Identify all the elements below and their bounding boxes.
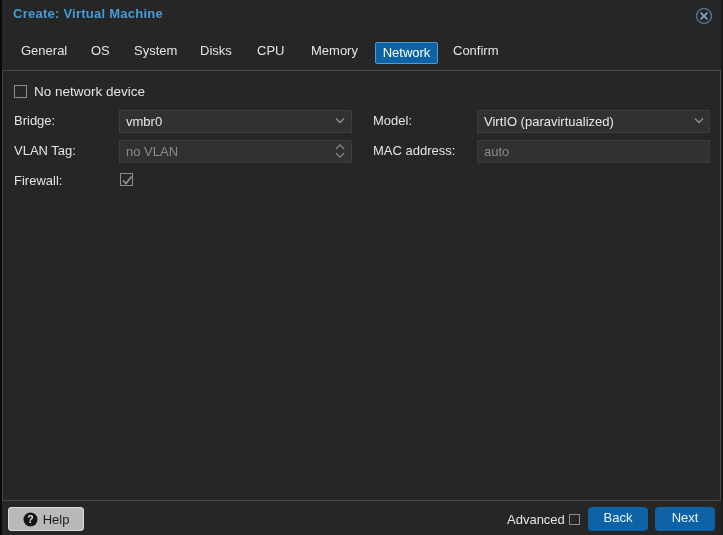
svg-text:?: ? [27, 513, 33, 525]
